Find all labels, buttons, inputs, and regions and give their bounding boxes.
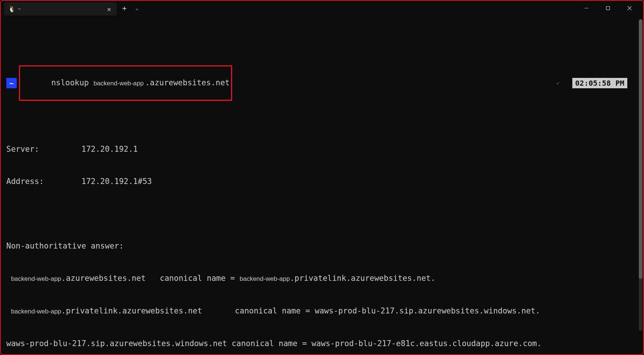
tab-content: 🐧 ~ (8, 6, 21, 12)
prompt-badge: ~ (6, 78, 17, 88)
tab-active[interactable]: 🐧 ~ ✕ (4, 2, 117, 16)
close-button[interactable] (619, 1, 640, 15)
output-cname2: backend-web-app.privatelink.azurewebsite… (6, 306, 638, 317)
maximize-button[interactable] (597, 1, 619, 15)
scrollbar[interactable] (639, 19, 643, 331)
status-checkmark: ✓ (557, 78, 560, 89)
minimize-button[interactable] (576, 1, 597, 15)
output-address: Address: 172.20.192.1#53 (6, 176, 638, 187)
output-cname3: waws-prod-blu-217.sip.azurewebsites.wind… (6, 338, 638, 349)
command-highlight-nslookup: nslookup backend-web-app.azurewebsites.n… (19, 65, 232, 101)
host-placeholder: backend-web-app (94, 80, 144, 87)
output-nonauth: Non-authoritative answer: (6, 241, 638, 252)
titlebar: 🐧 ~ ✕ + ⌄ (1, 1, 643, 16)
output-server: Server: 172.20.192.1 (6, 144, 638, 155)
timestamp-1: 02:05:58 PM (572, 78, 627, 88)
terminal-content[interactable]: ~ nslookup backend-web-app.azurewebsites… (1, 16, 643, 354)
tab-close-button[interactable]: ✕ (105, 5, 113, 13)
output-cname1: backend-web-app.azurewebsites.net canoni… (6, 273, 638, 284)
output-blank (6, 208, 638, 219)
svg-rect-1 (606, 7, 610, 10)
command-nslookup: nslookup (51, 78, 94, 87)
scrollbar-thumb[interactable] (639, 19, 643, 279)
tux-icon: 🐧 (8, 6, 15, 12)
window-controls (576, 1, 643, 15)
prompt-line-1: ~ nslookup backend-web-app.azurewebsites… (6, 65, 638, 101)
tab-title: ~ (18, 6, 21, 12)
new-tab-button[interactable]: + (117, 4, 132, 13)
tab-dropdown-button[interactable]: ⌄ (132, 6, 142, 11)
host-suffix: .azurewebsites.net (145, 78, 230, 87)
